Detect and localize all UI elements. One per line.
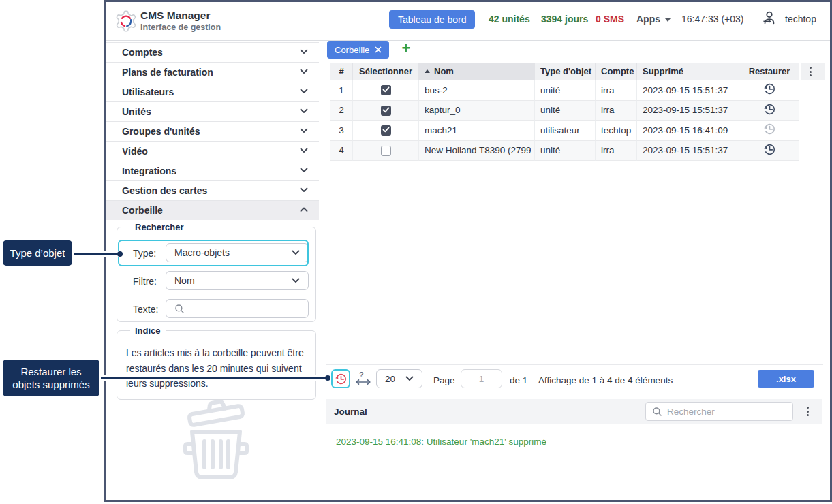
pagination-bar: ? 20 Page 1 de 1 Affichage de 1 à 4 de 4…	[326, 364, 823, 396]
row-deleted: 2023-09-15 15:51:37	[637, 141, 739, 161]
app-title: CMS Manager	[140, 9, 221, 22]
sidebar-item-utilisateurs[interactable]: Utilisateurs	[106, 82, 319, 101]
text-label: Texte:	[133, 303, 158, 315]
chevron-down-icon	[300, 128, 308, 133]
checkbox-checked[interactable]	[381, 85, 391, 95]
journal-search-input[interactable]: Rechercher	[645, 402, 793, 421]
sidebar-item-unites[interactable]: Unités	[106, 101, 319, 121]
col-num[interactable]: #	[330, 63, 353, 80]
search-legend: Rechercher	[130, 221, 189, 233]
chevron-up-icon	[300, 207, 308, 212]
journal-menu-button[interactable]	[807, 407, 809, 416]
annotation-dot	[325, 375, 330, 381]
sidebar: Comptes Plans de facturation Utilisateur…	[106, 42, 319, 500]
add-tab-icon[interactable]: +	[399, 41, 414, 56]
row-num: 1	[330, 80, 353, 101]
row-select-cell	[353, 121, 419, 141]
page-input[interactable]: 1	[461, 369, 502, 388]
row-select-cell	[353, 141, 419, 161]
callout-line2: objets supprimés	[12, 379, 89, 390]
table-menu-button[interactable]	[801, 63, 825, 80]
sidebar-item-plans[interactable]: Plans de facturation	[106, 62, 319, 82]
annotation-callout-restore: Restaurer lesobjets supprimés	[1, 358, 101, 398]
journal-search-placeholder: Rechercher	[667, 407, 715, 417]
chevron-down-icon	[300, 49, 308, 54]
filter-label: Filtre:	[133, 275, 157, 287]
chevron-down-icon	[300, 168, 308, 173]
chevron-down-icon	[292, 278, 300, 283]
col-nom[interactable]: Nom	[419, 63, 535, 80]
row-name: bus-2	[419, 80, 535, 101]
sidebar-item-label: Gestion des cartes	[122, 185, 207, 196]
col-select[interactable]: Sélectionner	[353, 63, 419, 80]
export-xlsx-button[interactable]: .xlsx	[758, 370, 814, 388]
sidebar-item-label: Vidéo	[122, 146, 148, 157]
table-row: 3 mach21 utilisateur techtop 2023-09-15 …	[330, 121, 799, 141]
chevron-down-icon	[300, 69, 308, 74]
chevron-down-icon	[300, 108, 308, 114]
row-restore-cell	[739, 80, 799, 101]
days-counter[interactable]: 3394 jours	[541, 13, 588, 25]
row-select-cell	[353, 101, 419, 121]
row-deleted: 2023-09-15 16:41:09	[637, 121, 739, 141]
annotation-highlight-type	[118, 240, 309, 266]
annotation-dot	[117, 251, 123, 257]
units-counter[interactable]: 42 unités	[489, 13, 530, 25]
sms-counter[interactable]: 0 SMS	[596, 13, 624, 25]
journal-title: Journal	[334, 407, 367, 417]
sidebar-item-corbeille[interactable]: Corbeille	[106, 200, 319, 220]
tab-corbeille[interactable]: Corbeille	[327, 41, 389, 59]
dashboard-button[interactable]: Tableau de bord	[389, 10, 475, 29]
col-nom-label: Nom	[434, 66, 454, 76]
table-row: 2 kaptur_0 unité irra 2023-09-15 15:51:3…	[330, 101, 799, 121]
restore-selected-button[interactable]	[331, 369, 350, 388]
user-icon[interactable]	[762, 10, 777, 25]
restore-icon[interactable]	[763, 143, 776, 158]
page-size-select[interactable]: 20	[376, 369, 422, 388]
row-name: mach21	[419, 121, 535, 141]
svg-text:?: ?	[359, 371, 364, 379]
annotation-callout-type: Type d’objet	[1, 239, 74, 267]
app-title-block: CMS Manager Interface de gestion	[140, 9, 221, 33]
sidebar-item-groupes[interactable]: Groupes d'unités	[106, 121, 319, 141]
table-row: 4 New Holland T8390 (2799 unité irra 202…	[330, 141, 799, 161]
hint-fieldset: Indice Les articles mis à la corbeille p…	[117, 330, 316, 400]
sidebar-item-comptes[interactable]: Comptes	[106, 42, 319, 62]
chevron-down-icon	[300, 148, 308, 153]
col-compte[interactable]: Compte	[596, 63, 637, 80]
hint-text: Les articles mis à la corbeille peuvent …	[126, 345, 309, 392]
apps-menu[interactable]: Apps	[636, 13, 671, 25]
sidebar-item-video[interactable]: Vidéo	[106, 141, 319, 161]
col-supprime[interactable]: Supprimé	[637, 63, 739, 80]
sidebar-item-label: Unités	[122, 106, 151, 117]
search-icon	[652, 407, 662, 417]
fit-width-icon[interactable]: ?	[354, 371, 372, 387]
row-num: 3	[330, 121, 353, 141]
row-account: irra	[596, 141, 637, 161]
row-name: kaptur_0	[419, 101, 535, 121]
sidebar-item-cartes[interactable]: Gestion des cartes	[106, 180, 319, 200]
row-restore-cell	[739, 141, 799, 161]
col-restaurer[interactable]: Restaurer	[739, 63, 799, 80]
row-account: techtop	[596, 121, 637, 141]
restore-icon[interactable]	[763, 103, 776, 118]
restore-icon[interactable]	[763, 82, 776, 97]
sidebar-item-label: Corbeille	[122, 205, 163, 216]
app-subtitle: Interface de gestion	[140, 22, 221, 33]
username[interactable]: techtop	[785, 13, 816, 25]
col-type[interactable]: Type d'objet	[535, 63, 596, 80]
checkbox-checked[interactable]	[381, 125, 391, 136]
checkbox-unchecked[interactable]	[381, 146, 391, 156]
row-name: New Holland T8390 (2799	[419, 141, 535, 161]
kebab-icon	[810, 67, 812, 76]
text-input[interactable]	[166, 299, 309, 318]
filter-select[interactable]: Nom	[166, 271, 309, 290]
tab-close-icon[interactable]	[375, 46, 382, 53]
cms-logo-gear-icon	[114, 10, 138, 33]
checkbox-checked[interactable]	[381, 106, 391, 116]
row-type: utilisateur	[535, 121, 596, 141]
main-panel: Corbeille + # Sélectionner Nom Type d'ob…	[326, 41, 829, 500]
sidebar-item-integrations[interactable]: Integrations	[106, 161, 319, 180]
callout-line1: Restaurer les	[20, 366, 81, 377]
row-select-cell	[353, 80, 419, 101]
